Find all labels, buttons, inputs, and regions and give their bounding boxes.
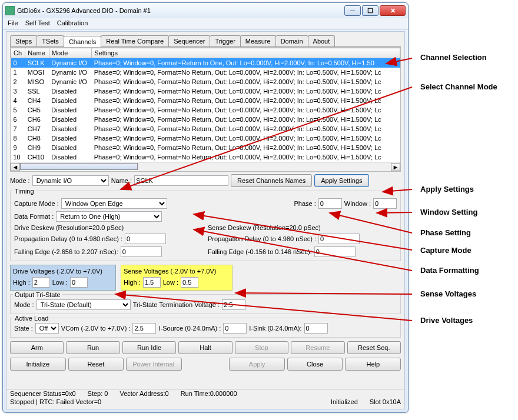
drive-voltages-box: Drive Voltages (-2.0V to +7.0V) High : L… [10,265,116,291]
run-idle-button[interactable]: Run Idle [122,341,176,354]
tab-bar: StepsTSetsChannelsReal Time CompareSeque… [10,35,401,47]
al-isrc-label: I-Source (0-24.0mA) : [158,325,221,332]
channel-table[interactable]: ChNameModeSettings0SCLKDynamic I/OPhase=… [10,47,401,162]
drive-high-input[interactable] [32,277,50,288]
help-button[interactable]: Help [345,358,401,371]
al-vcom-label: VCom (-2.0V to +7.0V) : [61,325,131,332]
tab-trigger[interactable]: Trigger [210,35,240,46]
halt-button[interactable]: Halt [178,341,232,354]
reset-button[interactable]: Reset [68,358,124,371]
channel-mode-select[interactable]: Dynamic I/O [32,175,109,186]
status-slot: Slot 0x10A [370,398,401,405]
al-isrc-input[interactable] [223,323,247,334]
active-load-title: Active Load [13,315,50,322]
close-button[interactable]: ✕ [380,5,406,16]
tab-steps[interactable]: Steps [10,35,37,46]
scroll-right-icon[interactable]: ► [391,163,400,171]
sense-prop-input[interactable] [318,234,360,244]
table-row[interactable]: 5CH5DisabledPhase=0; Window=0, Format=No… [11,105,400,115]
sense-fall-input[interactable] [314,246,356,257]
tab-tsets[interactable]: TSets [36,35,64,46]
arm-button[interactable]: Arm [10,341,64,354]
col-ch[interactable]: Ch [11,48,25,58]
channel-name-input[interactable] [134,175,228,186]
col-settings[interactable]: Settings [92,48,400,58]
table-row[interactable]: 1MOSIDynamic I/OPhase=0; Window=0, Forma… [11,68,400,77]
al-vcom-input[interactable] [132,323,156,334]
table-row[interactable]: 10CH10DisabledPhase=0; Window=0, Format=… [11,152,400,162]
timing-title: Timing [13,188,36,195]
table-row[interactable]: 8CH8DisabledPhase=0; Window=0, Format=No… [11,134,400,143]
sense-fall-label: Falling Edge (-0.156 to 0.146 nSec): [208,248,312,255]
tab-real-time-compare[interactable]: Real Time Compare [101,35,169,46]
tab-sequencer[interactable]: Sequencer [168,35,210,46]
sense-high-label: High : [124,279,141,286]
window-label: Window : [344,200,371,207]
scroll-thumb[interactable] [20,163,138,170]
al-state-label: State : [14,325,33,332]
app-icon [5,6,15,15]
drive-fall-label: Falling Edge (-2.656 to 2.207 nSec): [14,248,118,255]
al-state-select[interactable]: Off [35,323,59,334]
table-row[interactable]: 9CH9DisabledPhase=0; Window=0, Format=No… [11,143,400,152]
app-window: GtDio6x - GX5296 Advanced DIO - Domain #… [2,2,409,413]
menu-calibration[interactable]: Calibration [57,19,88,28]
sense-deskew-label: Sense Deskew (Resolution=20.0 pSec) [208,224,397,231]
data-format-select[interactable]: Return to One (High) [56,211,162,222]
reset-seq--button[interactable]: Reset Seq. [347,341,401,354]
stop-button[interactable]: Stop [235,341,288,354]
run-button[interactable]: Run [66,341,119,354]
window-title: GtDio6x - GX5296 Advanced DIO - Domain #… [17,7,343,14]
tab-about[interactable]: About [308,35,336,46]
tab-channels[interactable]: Channels [64,36,101,47]
status-runtime: Run Time:0.000000 [181,390,237,397]
active-load-group: Active Load State : Off VCom (-2.0V to +… [10,318,401,338]
col-mode[interactable]: Mode [49,48,91,58]
sense-low-label: Low : [163,279,178,286]
drive-low-label: Low : [52,279,68,286]
sense-prop-label: Propagation Delay (0 to 4.980 nSec) : [208,235,316,242]
initialize-button[interactable]: Initialize [10,358,66,371]
status-vector: Vector Address:0 [119,390,168,397]
table-row[interactable]: 2MISODynamic I/OPhase=0; Window=0, Forma… [11,77,400,86]
capture-mode-select[interactable]: Window Open Edge [61,198,167,209]
table-h-scrollbar[interactable]: ◄ ► [10,162,401,172]
sense-low-input[interactable] [181,277,198,288]
resume-button[interactable]: Resume [291,341,344,354]
table-row[interactable]: 4CH4DisabledPhase=0; Window=0, Format=No… [11,96,400,105]
drive-low-input[interactable] [70,277,88,288]
al-isink-input[interactable] [304,323,328,334]
table-row[interactable]: 7CH7DisabledPhase=0; Window=0, Format=No… [11,124,400,134]
menu-self-test[interactable]: Self Test [25,19,50,28]
apply-button[interactable]: Apply [229,358,285,371]
tristate-term-label: Tri-State Termination Voltage : [133,301,220,308]
window-input[interactable] [373,198,397,209]
table-row[interactable]: 3SSLDisabledPhase=0; Window=0, Format=No… [11,86,400,96]
client-area: StepsTSetsChannelsReal Time CompareSeque… [6,31,405,409]
close-button[interactable]: Close [287,358,343,371]
drive-fall-input[interactable] [121,246,162,257]
table-row[interactable]: 6CH6DisabledPhase=0; Window=0, Format=No… [11,115,400,124]
tristate-term-input[interactable] [222,299,245,310]
status-seq: Sequencer Status=0x0 [10,390,76,397]
power-internal-button[interactable]: Power Internal [126,358,182,371]
ann-drive-voltages: Drive Voltages [420,316,473,325]
minimize-button[interactable]: ─ [344,5,361,16]
maximize-button[interactable]: ☐ [362,5,378,16]
menu-file[interactable]: File [8,19,18,28]
drive-voltages-title: Drive Voltages (-2.0V to +7.0V) [13,268,113,275]
scroll-left-icon[interactable]: ◄ [11,163,20,171]
tab-domain[interactable]: Domain [275,35,308,46]
tristate-mode-select[interactable]: Tri-State (Default) [36,299,131,310]
table-row[interactable]: 0SCLKDynamic I/OPhase=0; Window=0, Forma… [11,58,400,68]
drive-prop-input[interactable] [125,234,166,244]
tab-measure[interactable]: Measure [240,35,276,46]
apply-settings-button[interactable]: Apply Settings [314,174,368,187]
reset-names-button[interactable]: Reset Channels Names [231,174,312,187]
sense-high-input[interactable] [143,277,161,288]
ann-sense-voltages: Sense Voltages [420,289,476,298]
phase-input[interactable] [318,198,342,209]
tristate-mode-label: Mode : [14,301,34,308]
col-name[interactable]: Name [25,48,49,58]
status-stopped: Stopped | RTC: Failed Vector=0 [10,398,101,405]
